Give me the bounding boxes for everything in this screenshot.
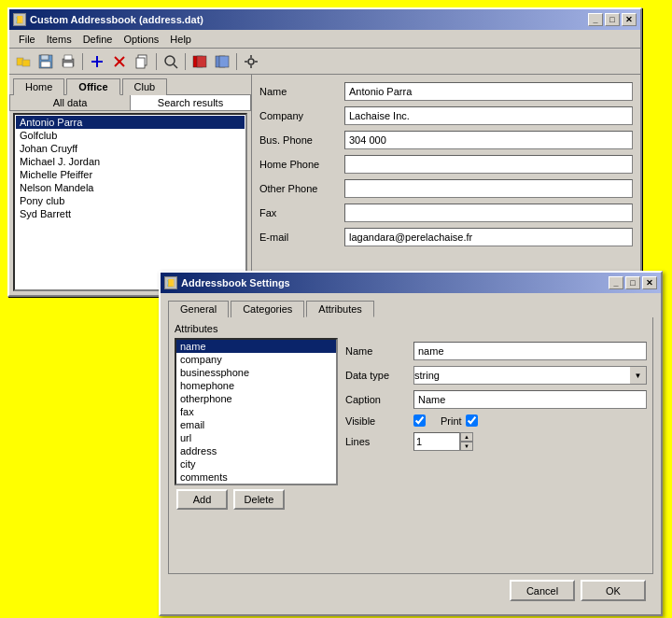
input-busphone[interactable] [344,131,633,149]
menu-file[interactable]: File [13,32,41,47]
label-homephone: Home Phone [259,159,339,170]
svg-rect-6 [64,55,72,60]
search-button[interactable] [161,51,181,72]
input-fax[interactable] [344,204,633,222]
dialog-main-area: name company businessphone homephone oth… [175,338,647,568]
dialog-window: 📒 Addressbook Settings _ □ ✕ General Cat… [159,271,663,616]
dialog-btn-area: Cancel OK [168,574,653,609]
list-item[interactable]: Johan Cruyff [16,142,245,155]
attr-input-name[interactable] [413,342,647,360]
spin-up-button[interactable]: ▲ [460,432,473,442]
copy-button[interactable] [132,51,152,72]
tab-club[interactable]: Club [122,78,168,95]
dialog-tab-general[interactable]: General [168,301,229,317]
cancel-button[interactable]: Cancel [510,580,575,601]
dialog-close-button[interactable]: ✕ [642,276,657,289]
main-tabs-row: Home Office Club [9,75,251,94]
visible-checkbox-group [413,414,426,427]
attr-item[interactable]: businessphone [176,366,336,379]
print-checkbox[interactable] [466,414,478,427]
subtab-searchresults[interactable]: Search results [131,95,250,110]
svg-rect-1 [22,60,30,66]
menu-define[interactable]: Define [77,32,119,47]
tab-office[interactable]: Office [66,78,119,95]
minimize-button[interactable]: _ [588,13,603,26]
ok-button[interactable]: OK [581,580,646,601]
dialog-title-bar: 📒 Addressbook Settings _ □ ✕ [161,273,661,293]
list-item[interactable]: Golfclub [16,129,245,142]
attr-item[interactable]: comments [176,471,336,484]
delete-button[interactable] [109,51,130,72]
input-company[interactable] [344,106,633,125]
attr-field-row-lines: Lines ▲ ▼ [345,432,647,451]
input-email[interactable] [344,228,633,246]
attr-item[interactable]: email [176,418,336,431]
delete-button[interactable]: Delete [233,489,285,510]
menu-options[interactable]: Options [118,32,164,47]
svg-point-14 [165,56,175,65]
lines-input[interactable] [413,432,460,451]
label-otherphone: Other Phone [259,183,339,194]
attr-item[interactable]: company [176,353,336,366]
import-button[interactable] [212,51,232,72]
dialog-maximize-button[interactable]: □ [625,276,640,289]
spin-down-button[interactable]: ▼ [460,442,473,451]
list-item[interactable]: Nelson Mandela [16,181,245,194]
menu-items[interactable]: Items [41,32,77,47]
field-row-otherphone: Other Phone [259,179,633,198]
export-button[interactable] [189,51,210,72]
attr-item[interactable]: name [176,340,336,353]
menu-help[interactable]: Help [164,32,197,47]
add-button[interactable]: Add [176,489,228,510]
field-row-email: E-mail [259,228,633,246]
attr-item[interactable]: address [176,444,336,457]
close-button[interactable]: ✕ [622,13,637,26]
dialog-body: General Categories Attributes Attributes… [161,293,661,614]
lines-spinner: ▲ ▼ [413,432,473,451]
attribute-list[interactable]: name company businessphone homephone oth… [175,338,338,485]
checkbox-row: Print [413,414,478,427]
new-button[interactable] [87,51,107,72]
input-otherphone[interactable] [344,179,633,198]
main-window: 📒 Custom Addressbook (address.dat) _ □ ✕… [7,7,642,297]
field-row-homephone: Home Phone [259,155,633,174]
input-name[interactable] [344,82,633,101]
main-content-area: Home Office Club All data Search results… [9,75,640,295]
attr-item[interactable]: otherphone [176,392,336,405]
attr-label-lines: Lines [345,436,406,447]
attr-item[interactable]: fax [176,405,336,418]
dialog-tab-attributes[interactable]: Attributes [306,301,373,317]
contact-list[interactable]: Antonio Parra Golfclub Johan Cruyff Mich… [13,113,247,291]
svg-rect-19 [219,56,229,67]
subtab-alldata[interactable]: All data [10,95,131,110]
attr-input-caption[interactable] [413,390,647,409]
list-item[interactable]: Michael J. Jordan [16,155,245,168]
dialog-title: Addressbook Settings [181,277,290,288]
dialog-tab-categories[interactable]: Categories [231,301,304,317]
toolbar-sep-3 [185,53,186,70]
visible-checkbox[interactable] [413,414,426,427]
save-button[interactable] [35,51,56,72]
settings-button[interactable] [241,51,261,72]
print-checkbox-group: Print [441,414,478,427]
list-item[interactable]: Michelle Pfeiffer [16,168,245,181]
list-item[interactable]: Syd Barrett [16,207,245,220]
open-file-button[interactable] [13,51,34,72]
dialog-minimize-button[interactable]: _ [609,276,623,289]
attr-item[interactable]: url [176,431,336,444]
maximize-button[interactable]: □ [605,13,620,26]
tab-home[interactable]: Home [13,78,64,95]
attr-item[interactable]: homephone [176,379,336,392]
svg-rect-13 [136,58,145,68]
svg-point-20 [248,59,254,64]
attr-fields: Name Data type string integer float bool… [345,338,647,568]
attr-item[interactable]: city [176,457,336,471]
add-delete-row: Add Delete [175,485,338,513]
field-row-company: Company [259,106,633,125]
toolbar-sep-1 [82,53,83,70]
list-item[interactable]: Pony club [16,194,245,207]
list-item[interactable]: Antonio Parra [16,116,245,129]
print-button[interactable] [58,51,78,72]
datatype-select[interactable]: string integer float boolean date [413,366,647,385]
input-homephone[interactable] [344,155,633,174]
